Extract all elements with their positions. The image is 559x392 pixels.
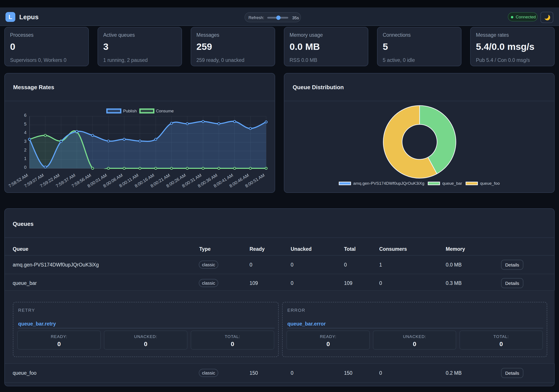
svg-text:1: 1 — [24, 156, 27, 161]
svg-text:5: 5 — [24, 122, 27, 126]
svg-text:3: 3 — [24, 139, 27, 144]
svg-text:0: 0 — [24, 165, 27, 170]
svg-text:Publish: Publish — [123, 109, 137, 113]
svg-text:2: 2 — [24, 147, 27, 152]
svg-text:4: 4 — [24, 130, 27, 135]
svg-text:6: 6 — [24, 113, 27, 118]
svg-text:Consume: Consume — [156, 109, 174, 113]
